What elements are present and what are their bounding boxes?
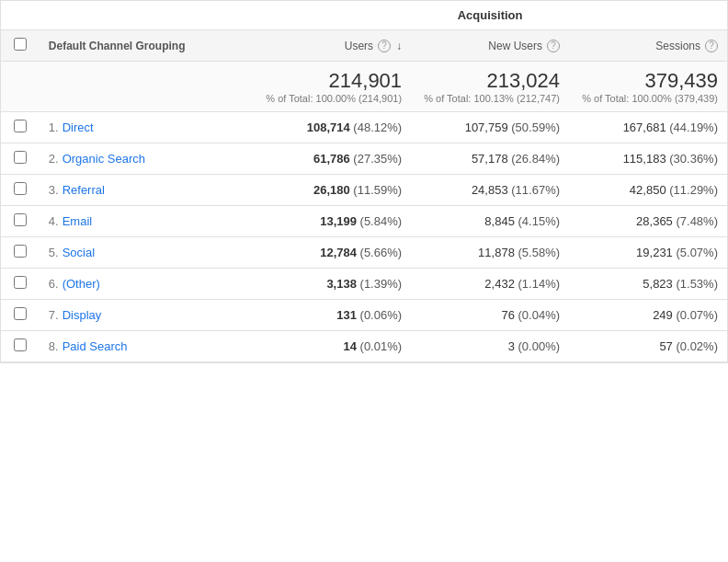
users-help-icon[interactable]: ? — [378, 40, 391, 52]
table-row: 2.Organic Search61,786 (27.35%)57,178 (2… — [1, 143, 727, 175]
row-rank: 1. — [49, 120, 59, 134]
column-headers-row: Default Channel Grouping Users ? ↓ New U… — [1, 30, 727, 62]
row-new-users-cell: 76 (0.04%) — [411, 300, 569, 331]
row-rank: 5. — [49, 246, 59, 259]
sessions-pct: (0.02%) — [676, 339, 718, 353]
new-users-value: 24,853 — [472, 183, 508, 197]
users-value: 131 — [336, 308, 357, 322]
row-check-cell — [1, 237, 40, 269]
new-users-value: 57,178 — [472, 152, 508, 166]
row-check-cell — [1, 143, 40, 175]
row-users-cell: 26,180 (11.59%) — [253, 175, 411, 206]
row-users-cell: 13,199 (5.84%) — [253, 206, 411, 237]
row-check-cell — [1, 112, 40, 143]
row-new-users-cell: 24,853 (11.67%) — [411, 175, 569, 206]
sessions-pct: (7.48%) — [676, 214, 718, 228]
users-column-header: Users ? ↓ — [253, 30, 411, 62]
users-pct: (0.06%) — [360, 308, 403, 322]
row-channel-cell: 3.Referral — [40, 175, 253, 206]
new-users-pct: (26.84%) — [511, 152, 560, 166]
row-users-cell: 12,784 (5.66%) — [253, 237, 411, 269]
totals-users-cell: 214,901 % of Total: 100.00% (214,901) — [253, 62, 411, 112]
row-rank: 8. — [49, 339, 59, 353]
users-pct: (48.12%) — [353, 120, 402, 134]
row-channel-cell: 2.Organic Search — [40, 143, 253, 175]
row-checkbox[interactable] — [14, 182, 27, 195]
new-users-value: 2,432 — [484, 277, 515, 291]
row-sessions-cell: 5,823 (1.53%) — [569, 269, 727, 300]
row-new-users-cell: 3 (0.00%) — [411, 331, 569, 362]
select-all-checkbox[interactable] — [14, 38, 27, 51]
new-users-help-icon[interactable]: ? — [547, 40, 560, 52]
sessions-pct: (1.53%) — [676, 277, 718, 291]
new-users-value: 3 — [508, 339, 515, 353]
row-sessions-cell: 249 (0.07%) — [569, 300, 727, 331]
users-sort-icon[interactable]: ↓ — [396, 40, 402, 52]
new-users-label: New Users — [488, 40, 542, 52]
sessions-value: 19,231 — [636, 246, 673, 259]
channel-link[interactable]: Direct — [63, 120, 94, 134]
totals-sessions-sub: % of Total: 100.00% (379,439) — [578, 93, 718, 104]
sessions-value: 28,365 — [636, 214, 673, 228]
row-check-cell — [1, 206, 40, 237]
row-users-cell: 61,786 (27.35%) — [253, 143, 411, 175]
new-users-pct: (11.67%) — [511, 183, 560, 197]
totals-users-sub: % of Total: 100.00% (214,901) — [262, 93, 402, 104]
totals-new-users-value: 213,024 — [420, 69, 560, 93]
channel-link[interactable]: Display — [63, 308, 102, 322]
sessions-pct: (30.36%) — [669, 152, 718, 166]
users-pct: (27.35%) — [353, 152, 402, 166]
users-value: 108,714 — [307, 120, 350, 134]
sessions-help-icon[interactable]: ? — [705, 40, 718, 52]
channel-link[interactable]: Organic Search — [63, 152, 145, 166]
row-new-users-cell: 2,432 (1.14%) — [411, 269, 569, 300]
channel-link[interactable]: Social — [63, 246, 95, 259]
users-pct: (11.59%) — [353, 183, 402, 197]
row-channel-cell: 5.Social — [40, 237, 253, 269]
users-pct: (5.66%) — [360, 246, 403, 259]
totals-users-value: 214,901 — [262, 69, 402, 93]
sessions-pct: (11.29%) — [669, 183, 718, 197]
row-checkbox[interactable] — [14, 338, 27, 351]
row-checkbox[interactable] — [14, 307, 27, 320]
row-sessions-cell: 115,183 (30.36%) — [569, 143, 727, 175]
row-channel-cell: 1.Direct — [40, 112, 253, 143]
select-all-cell — [1, 30, 40, 62]
totals-channel-cell — [40, 62, 253, 112]
new-users-value: 76 — [501, 308, 514, 322]
totals-sessions-value: 379,439 — [578, 69, 718, 93]
channel-link[interactable]: Paid Search — [63, 339, 128, 353]
users-label: Users — [345, 40, 373, 52]
row-checkbox[interactable] — [14, 276, 27, 289]
channel-link[interactable]: Referral — [63, 183, 105, 197]
row-checkbox[interactable] — [14, 213, 27, 226]
row-sessions-cell: 19,231 (5.07%) — [569, 237, 727, 269]
row-checkbox[interactable] — [14, 120, 27, 132]
row-rank: 3. — [49, 183, 59, 197]
row-sessions-cell: 57 (0.02%) — [569, 331, 727, 362]
table-row: 7.Display131 (0.06%)76 (0.04%)249 (0.07%… — [1, 300, 727, 331]
row-checkbox[interactable] — [14, 151, 27, 164]
row-rank: 6. — [49, 277, 59, 291]
row-channel-cell: 7.Display — [40, 300, 253, 331]
analytics-table: Acquisition Default Channel Grouping Use… — [0, 0, 728, 363]
acquisition-label: Acquisition — [253, 1, 727, 30]
row-check-cell — [1, 175, 40, 206]
channel-link[interactable]: Email — [63, 214, 93, 228]
table-row: 5.Social12,784 (5.66%)11,878 (5.58%)19,2… — [1, 237, 727, 269]
table-row: 4.Email13,199 (5.84%)8,845 (4.15%)28,365… — [1, 206, 727, 237]
sessions-pct: (44.19%) — [669, 120, 718, 134]
channel-link[interactable]: (Other) — [63, 277, 100, 291]
row-sessions-cell: 28,365 (7.48%) — [569, 206, 727, 237]
sessions-pct: (5.07%) — [676, 246, 718, 259]
table-row: 3.Referral26,180 (11.59%)24,853 (11.67%)… — [1, 175, 727, 206]
row-rank: 4. — [49, 214, 59, 228]
row-new-users-cell: 8,845 (4.15%) — [411, 206, 569, 237]
new-users-column-header: New Users ? — [411, 30, 569, 62]
new-users-value: 107,759 — [465, 120, 508, 134]
sessions-value: 249 — [653, 308, 673, 322]
row-users-cell: 131 (0.06%) — [253, 300, 411, 331]
new-users-pct: (0.00%) — [518, 339, 561, 353]
row-checkbox[interactable] — [14, 245, 27, 258]
row-users-cell: 108,714 (48.12%) — [253, 112, 411, 143]
